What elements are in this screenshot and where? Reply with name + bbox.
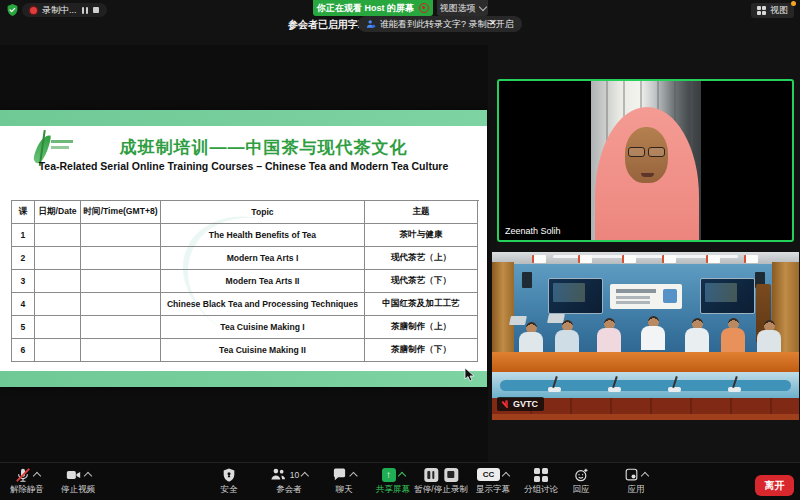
transcript-visibility-pill[interactable]: 谁能看到此转录文字? 录制已开启 [358, 16, 522, 32]
shield-icon [222, 467, 237, 483]
cell-date [35, 293, 81, 316]
muted-mic-icon [15, 467, 31, 483]
participants-icon [270, 467, 287, 482]
table-row: 1 The Health Benefits of Tea 茶叶与健康 [12, 224, 479, 247]
cell-time [81, 270, 161, 293]
participants-label: 参会者 [276, 484, 302, 496]
room-participant [554, 320, 580, 354]
breakout-rooms-icon [534, 468, 548, 482]
cell-theme: 现代茶艺（上） [365, 247, 478, 270]
chevron-up-icon[interactable] [349, 471, 357, 479]
cell-date [35, 247, 81, 270]
breakout-rooms-label: 分组讨论 [524, 484, 558, 496]
cell-theme: 现代茶艺（下） [365, 270, 478, 293]
cell-time [81, 316, 161, 339]
unmute-label: 解除静音 [10, 484, 44, 496]
cell-topic: Chinese Black Tea and Processing Techniq… [161, 293, 365, 316]
unmute-button[interactable]: 解除静音 [10, 466, 44, 496]
cell-no: 6 [12, 339, 35, 362]
chevron-up-icon[interactable] [32, 471, 40, 479]
leave-meeting-button[interactable]: 离开 [755, 475, 794, 496]
share-screen-icon: ↑ [382, 468, 396, 482]
zoom-meeting-window: 录制中... 你正在观看 Host 的屏幕 视图选项 视图 参会者已启用字幕 谁… [0, 0, 800, 500]
show-captions-button[interactable]: CC 显示字幕 [476, 466, 510, 496]
room-counter [492, 352, 799, 372]
reactions-smiley-icon [573, 467, 589, 483]
chat-label: 聊天 [336, 484, 353, 496]
table-row: 4 Chinese Black Tea and Processing Techn… [12, 293, 479, 316]
participants-button[interactable]: 10 参会者 [270, 466, 308, 496]
chevron-up-icon[interactable] [301, 471, 309, 479]
table-row: 2 Modern Tea Arts I 现代茶艺（上） [12, 247, 479, 270]
cell-topic: The Health Benefits of Tea [161, 224, 365, 247]
room-participant [720, 318, 746, 352]
table-row: 5 Tea Cuisine Making I 茶膳制作（上） [12, 316, 479, 339]
chevron-up-icon[interactable] [641, 471, 649, 479]
stop-video-label: 停止视频 [61, 484, 95, 496]
reactions-label: 回应 [573, 484, 590, 496]
table-row: 3 Modern Tea Arts II 现代茶艺（下） [12, 270, 479, 293]
cell-topic: Modern Tea Arts I [161, 247, 365, 270]
wall-screen [700, 278, 755, 314]
person-icon [366, 19, 376, 29]
camera-icon [65, 467, 82, 483]
participant-name-label: Zeenath Solih [505, 226, 561, 236]
recording-indicator[interactable]: 录制中... [22, 3, 107, 17]
chevron-up-icon[interactable] [502, 471, 510, 479]
pause-stop-recording-button[interactable]: 暂停/停止录制 [414, 466, 467, 496]
room-participant [518, 322, 544, 356]
header-cell: 时间/Time(GMT+8) [81, 201, 161, 224]
stop-recording-icon[interactable] [444, 468, 458, 482]
security-button[interactable]: 安全 [221, 466, 238, 496]
pause-recording-icon[interactable] [424, 468, 438, 482]
room-name-label: GVTC [497, 397, 544, 411]
room-participant [756, 320, 782, 354]
stop-video-button[interactable]: 停止视频 [61, 466, 95, 496]
room-participant [640, 316, 666, 350]
room-participant [596, 318, 622, 352]
cell-time [81, 293, 161, 316]
view-options-dropdown[interactable]: 视图选项 [437, 0, 488, 16]
cc-icon: CC [477, 468, 500, 481]
apps-button[interactable]: 应用 [624, 466, 648, 496]
cell-date [35, 316, 81, 339]
chevron-up-icon[interactable] [84, 471, 92, 479]
wall-screen [548, 278, 603, 314]
security-label: 安全 [221, 484, 238, 496]
cell-no: 5 [12, 316, 35, 339]
header-cell: Topic [161, 201, 365, 224]
cell-theme: 茶膳制作（下） [365, 339, 478, 362]
stop-recording-icon[interactable] [93, 7, 99, 13]
video-tile-room[interactable]: GVTC [492, 252, 799, 420]
chevron-down-icon [478, 3, 486, 11]
room-banner [610, 284, 682, 309]
pause-recording-icon[interactable] [82, 7, 88, 14]
view-label: 视图 [770, 4, 788, 17]
view-options-label: 视图选项 [440, 2, 476, 15]
view-grid-icon [757, 6, 766, 15]
chat-button[interactable]: 聊天 [332, 466, 357, 496]
share-screen-button[interactable]: ↑ 共享屏幕 [376, 466, 410, 496]
cell-date [35, 339, 81, 362]
chevron-up-icon[interactable] [397, 471, 405, 479]
cell-no: 4 [12, 293, 35, 316]
share-screen-label: 共享屏幕 [376, 484, 410, 496]
cell-no: 2 [12, 247, 35, 270]
slide-top-bar [0, 110, 487, 126]
presentation-slide: 成班制培训——中国茶与现代茶文化 Tea-Related Serial Onli… [0, 110, 487, 387]
cell-time [81, 224, 161, 247]
breakout-rooms-button[interactable]: 分组讨论 [524, 466, 558, 496]
speaker-video-feed [591, 81, 701, 240]
mouse-cursor [464, 368, 476, 382]
muted-mic-icon [503, 400, 510, 409]
notification-dot [791, 1, 796, 6]
cell-topic: Modern Tea Arts II [161, 270, 365, 293]
slide-bottom-bar [0, 371, 487, 387]
video-tile-active-speaker[interactable]: Zeenath Solih [497, 79, 794, 242]
close-notice-button[interactable]: × [489, 14, 497, 32]
cell-date [35, 270, 81, 293]
cell-theme: 茶膳制作（上） [365, 316, 478, 339]
header-cell: 日期/Date [35, 201, 81, 224]
view-button[interactable]: 视图 [751, 3, 794, 18]
reactions-button[interactable]: 回应 [573, 466, 590, 496]
